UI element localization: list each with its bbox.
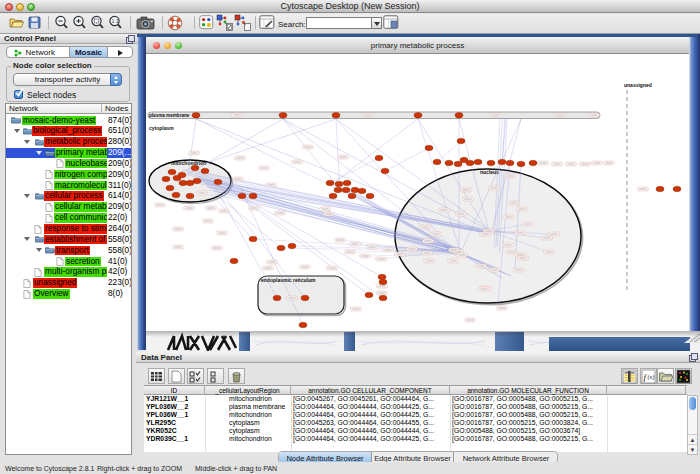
svg-text:unassigned: unassigned (624, 82, 652, 88)
svg-text:cytoplasm: cytoplasm (149, 125, 174, 131)
svg-text:endoplasmic reticulum: endoplasmic reticulum (261, 277, 316, 283)
svg-text:1:1: 1:1 (112, 18, 119, 24)
svg-text:(x): (x) (648, 374, 655, 381)
svg-text:plasma membrane: plasma membrane (149, 113, 190, 118)
